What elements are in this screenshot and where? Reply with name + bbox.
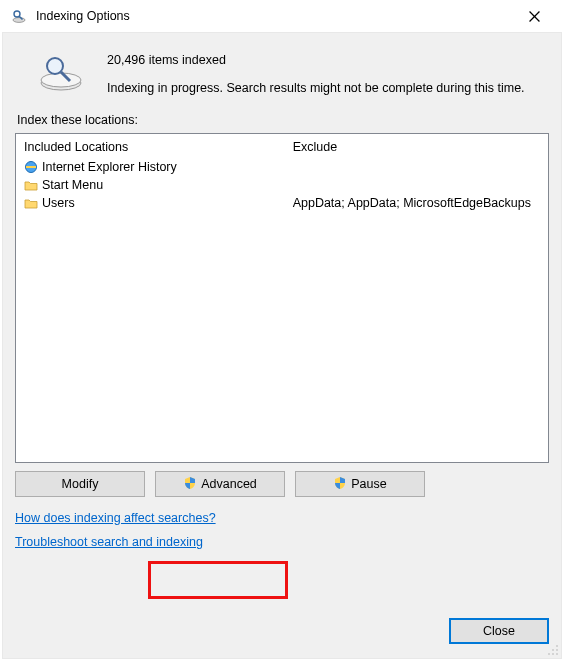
- button-row: Modify Advanced Pause: [15, 471, 549, 497]
- svg-point-13: [548, 653, 550, 655]
- status-area: 20,496 items indexed Indexing in progres…: [15, 51, 549, 95]
- svg-point-14: [552, 653, 554, 655]
- exclude-header: Exclude: [285, 134, 548, 158]
- list-item[interactable]: Internet Explorer History: [16, 158, 285, 176]
- close-icon: [529, 11, 540, 22]
- exclude-value: [285, 158, 548, 176]
- folder-icon: [22, 195, 40, 211]
- window-close-button[interactable]: [512, 1, 556, 31]
- button-label: Advanced: [201, 477, 257, 491]
- ie-icon: [22, 159, 40, 175]
- resize-grip-icon[interactable]: [545, 642, 559, 656]
- help-link-how-indexing[interactable]: How does indexing affect searches?: [15, 511, 216, 525]
- shield-icon: [183, 476, 197, 493]
- svg-point-6: [41, 73, 81, 87]
- list-item[interactable]: Start Menu: [16, 176, 285, 194]
- svg-point-0: [13, 18, 25, 23]
- advanced-button[interactable]: Advanced: [155, 471, 285, 497]
- dialog-content: 20,496 items indexed Indexing in progres…: [2, 32, 562, 659]
- titlebar: Indexing Options: [0, 0, 564, 32]
- indexing-big-icon: [15, 51, 107, 95]
- svg-point-10: [556, 645, 558, 647]
- indexing-progress-message: Indexing in progress. Search results mig…: [107, 81, 549, 95]
- exclude-value: [285, 176, 548, 194]
- svg-point-15: [556, 653, 558, 655]
- list-item-label: Internet Explorer History: [42, 160, 177, 174]
- locations-list[interactable]: Included Locations Internet Explorer His…: [15, 133, 549, 463]
- svg-point-7: [47, 58, 63, 74]
- list-item-label: Users: [42, 196, 75, 210]
- indexing-options-icon: [10, 7, 28, 25]
- shield-icon: [333, 476, 347, 493]
- button-label: Close: [483, 624, 515, 638]
- included-locations-header: Included Locations: [16, 134, 285, 158]
- index-locations-label: Index these locations:: [17, 113, 549, 127]
- list-item-label: Start Menu: [42, 178, 103, 192]
- svg-point-12: [556, 649, 558, 651]
- modify-button[interactable]: Modify: [15, 471, 145, 497]
- button-label: Pause: [351, 477, 386, 491]
- highlight-annotation: [148, 561, 288, 599]
- items-indexed-count: 20,496 items indexed: [107, 53, 549, 67]
- svg-point-1: [14, 11, 20, 17]
- help-link-troubleshoot[interactable]: Troubleshoot search and indexing: [15, 535, 203, 549]
- pause-button[interactable]: Pause: [295, 471, 425, 497]
- window-title: Indexing Options: [36, 9, 512, 23]
- button-label: Modify: [62, 477, 99, 491]
- list-item[interactable]: Users: [16, 194, 285, 212]
- svg-point-11: [552, 649, 554, 651]
- folder-icon: [22, 177, 40, 193]
- exclude-value: AppData; AppData; MicrosoftEdgeBackups: [285, 194, 548, 212]
- close-button[interactable]: Close: [449, 618, 549, 644]
